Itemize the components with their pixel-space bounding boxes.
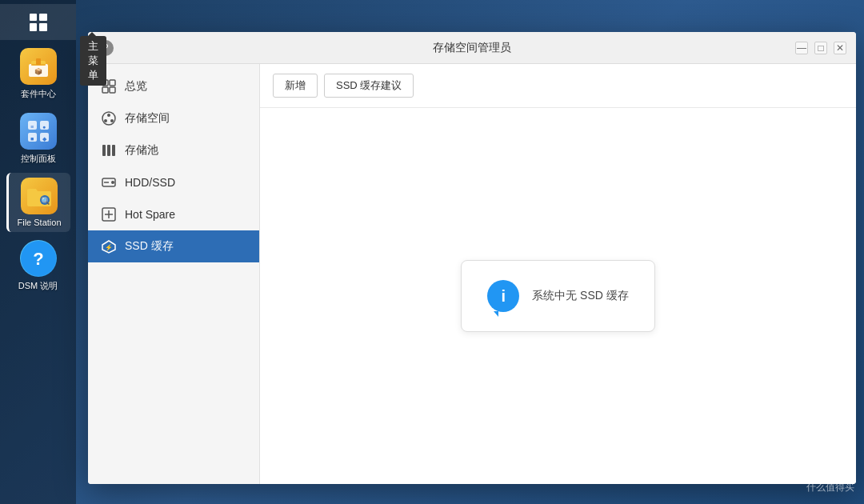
content-area: 新增 SSD 缓存建议 i 系统中无 SSD 缓存 [260,64,856,484]
taskbar-app-packages[interactable]: 📦 套件中心 [6,43,70,105]
svg-text:🔍: 🔍 [41,196,50,206]
svg-point-25 [110,119,114,122]
window-title: 存储空间管理员 [433,41,511,55]
svg-text:■: ■ [30,136,33,142]
svg-point-23 [107,114,110,117]
window-titlebar: ? 存储空间管理员 — □ ✕ [88,32,856,64]
overview-label: 总览 [125,79,147,94]
watermark: 什么值得买 [806,481,854,494]
taskbar: 主菜单 📦 套件中心 [0,0,76,504]
svg-text:⚡: ⚡ [105,243,113,251]
svg-rect-3 [31,64,46,66]
ssd-cache-icon: ⚡ [101,238,117,254]
info-message: 系统中无 SSD 缓存 [532,289,629,303]
svg-point-30 [111,181,114,184]
hdd-ssd-label: HDD/SSD [125,176,175,189]
ssd-advice-button[interactable]: SSD 缓存建议 [324,74,414,98]
dsm-help-icon: ? [20,240,57,277]
sidebar-item-hdd-ssd[interactable]: HDD/SSD [88,166,259,198]
svg-text:≡: ≡ [30,124,33,130]
content-main: i 系统中无 SSD 缓存 [260,108,856,484]
window-controls: — □ ✕ [795,42,846,54]
storage-pool-icon [101,142,117,158]
sidebar-item-storage-pool[interactable]: 存储池 [88,134,259,166]
storage-pool-label: 存储池 [125,143,158,158]
svg-rect-21 [110,87,115,93]
svg-text:?: ? [33,249,43,269]
packages-icon: 📦 [20,48,57,85]
svg-rect-26 [102,145,106,156]
new-button[interactable]: 新增 [273,74,318,98]
maximize-button[interactable]: □ [814,42,827,54]
dsm-help-label: DSM 说明 [18,280,58,292]
sidebar-item-storage-space[interactable]: 存储空间 [88,102,259,134]
control-panel-icon: ≡ ● ■ ◆ [20,113,57,150]
svg-rect-20 [102,87,108,93]
svg-text:📦: 📦 [34,67,42,75]
hot-spare-label: Hot Spare [125,208,175,221]
taskbar-app-file-station[interactable]: 🔍 File Station [6,173,70,232]
hot-spare-icon [101,206,117,222]
storage-space-icon [101,110,117,126]
file-station-icon: 🔍 [21,178,58,214]
taskbar-app-dsm-help[interactable]: ? DSM 说明 [6,235,70,297]
sidebar-item-ssd-cache[interactable]: ⚡ SSD 缓存 [88,230,259,262]
file-station-label: File Station [17,218,61,227]
svg-point-24 [104,119,107,122]
svg-rect-28 [112,145,115,156]
svg-rect-19 [110,80,115,86]
main-menu-button[interactable] [0,4,76,40]
sidebar-item-hot-spare[interactable]: Hot Spare [88,198,259,230]
ssd-cache-label: SSD 缓存 [125,239,174,254]
sidebar-item-overview[interactable]: 总览 [88,70,259,102]
grid-icon [30,14,47,31]
window-body: 总览 存储空间 [88,64,856,484]
desktop: 主菜单 📦 套件中心 [0,0,864,504]
minimize-button[interactable]: — [795,42,808,54]
storage-space-label: 存储空间 [125,111,170,126]
main-menu-tooltip: 主菜单 [80,36,106,86]
toolbar: 新增 SSD 缓存建议 [260,64,856,108]
svg-text:●: ● [42,124,45,130]
control-panel-label: 控制面板 [21,153,56,165]
taskbar-app-control-panel[interactable]: ≡ ● ■ ◆ 控制面板 [6,108,70,170]
hdd-ssd-icon [101,174,117,190]
svg-rect-27 [107,145,110,156]
info-bubble: i 系统中无 SSD 缓存 [461,260,655,332]
storage-manager-window: ? 存储空间管理员 — □ ✕ [88,32,856,484]
close-button[interactable]: ✕ [834,42,846,54]
sidebar: 总览 存储空间 [88,64,260,484]
packages-label: 套件中心 [21,88,56,100]
info-icon: i [487,280,519,312]
svg-rect-2 [36,58,41,65]
